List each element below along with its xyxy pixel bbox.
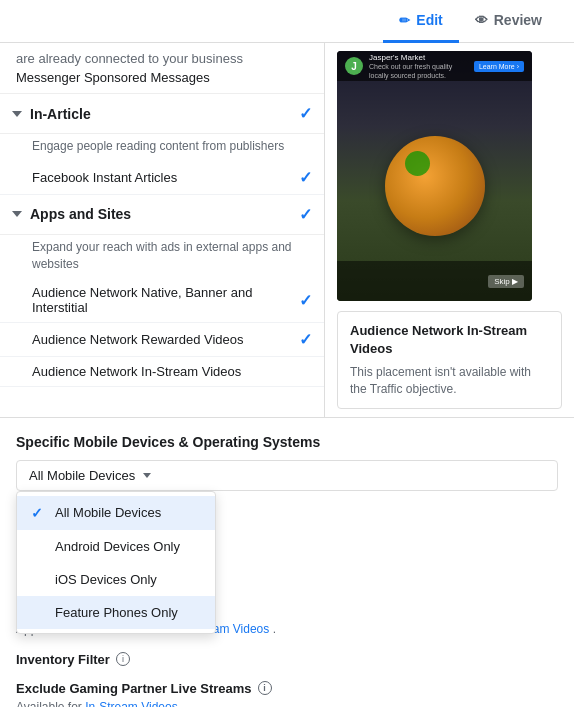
dropdown-menu: ✓ All Mobile Devices Android Devices Onl… <box>16 491 216 634</box>
audience-network-instream-item: Audience Network In-Stream Videos <box>0 357 324 387</box>
inventory-filter-row: Inventory Filter i <box>16 652 558 667</box>
apps-and-sites-header[interactable]: Apps and Sites ✓ <box>0 195 324 235</box>
audience-network-rewarded-item: Audience Network Rewarded Videos ✓ <box>0 323 324 357</box>
audience-network-native-label: Audience Network Native, Banner and Inte… <box>32 285 299 315</box>
tooltip-title: Audience Network In-Stream Videos <box>350 322 549 358</box>
apps-and-sites-checkmark: ✓ <box>299 205 312 224</box>
main-layout: are already connected to your business M… <box>0 43 574 417</box>
dropdown-arrow-icon <box>143 473 151 478</box>
ad-logo: J <box>345 57 363 75</box>
ad-brand: Jasper's MarketCheck out our fresh quali… <box>369 53 468 80</box>
audience-network-native-checkmark: ✓ <box>299 291 312 310</box>
messenger-section: are already connected to your business M… <box>0 43 324 94</box>
all-mobile-devices-option: All Mobile Devices <box>55 505 161 520</box>
audience-network-rewarded-label: Audience Network Rewarded Videos <box>32 332 299 347</box>
selected-checkmark-icon: ✓ <box>31 505 47 521</box>
android-devices-option: Android Devices Only <box>55 539 180 554</box>
edit-icon: ✏ <box>399 13 410 28</box>
inventory-filter-label: Inventory Filter <box>16 652 110 667</box>
bottom-section: Specific Mobile Devices & Operating Syst… <box>0 417 574 707</box>
in-article-sub-item: Facebook Instant Articles ✓ <box>0 161 324 195</box>
ios-devices-option: iOS Devices Only <box>55 572 157 587</box>
audience-network-instream-label: Audience Network In-Stream Videos <box>32 364 312 379</box>
ad-learn-more-button: Learn More › <box>474 61 524 72</box>
messenger-connected-text: are already connected to your business <box>16 51 308 66</box>
audience-network-rewarded-checkmark: ✓ <box>299 330 312 349</box>
in-article-section: In-Article ✓ Engage people reading conte… <box>0 94 324 195</box>
ad-top-bar: J Jasper's MarketCheck out our fresh qua… <box>337 51 532 81</box>
gaming-title: Exclude Gaming Partner Live Streams <box>16 681 252 696</box>
apps-and-sites-section: Apps and Sites ✓ Expand your reach with … <box>0 195 324 388</box>
main-container: ✏ Edit 👁 Review are already connected to… <box>0 0 574 707</box>
gaming-sub-prefix: Available for <box>16 700 85 707</box>
messenger-item-label: Messenger Sponsored Messages <box>16 70 308 85</box>
ad-bottom-bar: Skip ▶ <box>337 261 532 301</box>
gaming-sub-end: . <box>181 700 184 707</box>
pizza-image <box>385 136 485 236</box>
in-article-title: In-Article <box>30 106 91 122</box>
inventory-filter-info-icon[interactable]: i <box>116 652 130 666</box>
in-article-header[interactable]: In-Article ✓ <box>0 94 324 134</box>
instant-articles-checkmark: ✓ <box>299 168 312 187</box>
dropdown-item-all-mobile[interactable]: ✓ All Mobile Devices <box>17 496 215 530</box>
fake-ad-image: J Jasper's MarketCheck out our fresh qua… <box>337 51 532 301</box>
dropdown-item-ios[interactable]: iOS Devices Only <box>17 563 215 596</box>
header-tabs: ✏ Edit 👁 Review <box>0 0 574 43</box>
tooltip-description: This placement isn't available with the … <box>350 364 549 398</box>
left-panel: are already connected to your business M… <box>0 43 325 417</box>
gaming-header: Exclude Gaming Partner Live Streams i <box>16 681 558 696</box>
tooltip-box: Audience Network In-Stream Videos This p… <box>337 311 562 409</box>
specific-mobile-title: Specific Mobile Devices & Operating Syst… <box>16 434 558 450</box>
gaming-sub-text: Available for In-Stream Videos . <box>16 700 558 707</box>
tab-review[interactable]: 👁 Review <box>459 0 558 43</box>
gaming-info-icon[interactable]: i <box>258 681 272 695</box>
dropdown-selected-label: All Mobile Devices <box>29 468 135 483</box>
in-article-checkmark: ✓ <box>299 104 312 123</box>
audience-network-native-item: Audience Network Native, Banner and Inte… <box>0 278 324 323</box>
feature-phones-option: Feature Phones Only <box>55 605 178 620</box>
facebook-instant-articles-label: Facebook Instant Articles <box>32 170 299 185</box>
gaming-section: Exclude Gaming Partner Live Streams i Av… <box>16 681 558 707</box>
in-article-chevron <box>12 111 22 117</box>
note-period: . <box>273 622 276 636</box>
apps-and-sites-description: Expand your reach with ads in external a… <box>0 235 324 279</box>
gaming-in-stream-link[interactable]: In-Stream Videos <box>85 700 178 707</box>
apps-and-sites-chevron <box>12 211 22 217</box>
ad-preview-container: J Jasper's MarketCheck out our fresh qua… <box>337 51 532 301</box>
apps-and-sites-title: Apps and Sites <box>30 206 131 222</box>
right-panel: J Jasper's MarketCheck out our fresh qua… <box>325 43 574 417</box>
review-icon: 👁 <box>475 13 488 28</box>
all-mobile-devices-dropdown[interactable]: All Mobile Devices <box>16 460 558 491</box>
in-article-description: Engage people reading content from publi… <box>0 134 324 161</box>
mobile-devices-area: All Mobile Devices ✓ All Mobile Devices … <box>16 460 558 491</box>
dropdown-item-android[interactable]: Android Devices Only <box>17 530 215 563</box>
dropdown-item-feature-phones[interactable]: Feature Phones Only <box>17 596 215 629</box>
skip-button: Skip ▶ <box>488 275 524 288</box>
tab-edit[interactable]: ✏ Edit <box>383 0 458 43</box>
